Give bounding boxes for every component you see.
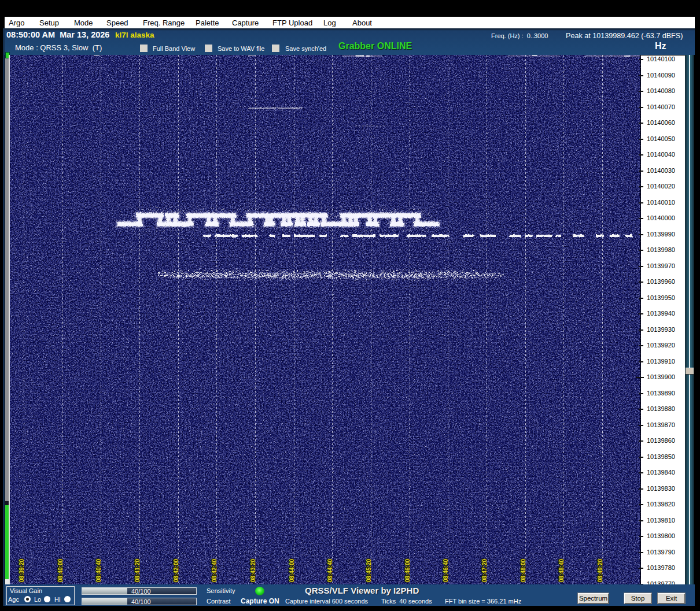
svg-text:08:46:40: 08:46:40	[443, 559, 449, 582]
svg-text:08:48:00: 08:48:00	[520, 559, 526, 582]
svg-text:08:40:40: 08:40:40	[95, 559, 102, 582]
svg-text:08:44:00: 08:44:00	[289, 559, 295, 582]
svg-text:08:41:20: 08:41:20	[134, 559, 141, 582]
svg-text:08:40:00: 08:40:00	[57, 559, 64, 582]
svg-text:08:42:40: 08:42:40	[211, 559, 218, 582]
svg-text:08:49:20: 08:49:20	[597, 559, 603, 582]
svg-text:08:48:40: 08:48:40	[558, 559, 565, 582]
svg-text:08:44:40: 08:44:40	[327, 559, 333, 582]
svg-text:08:46:00: 08:46:00	[404, 559, 411, 582]
svg-text:08:45:20: 08:45:20	[366, 559, 372, 582]
svg-text:08:42:00: 08:42:00	[173, 559, 179, 582]
svg-text:08:43:20: 08:43:20	[250, 559, 256, 582]
svg-text:08:47:20: 08:47:20	[481, 559, 488, 582]
svg-text:08:39:20: 08:39:20	[19, 559, 25, 582]
